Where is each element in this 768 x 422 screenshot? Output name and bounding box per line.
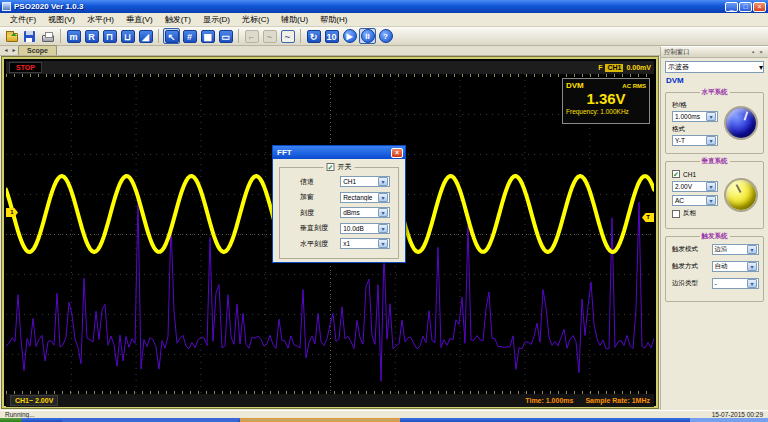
title-bar: PSO2020 Ver 1.0.3 _ □ × (0, 0, 768, 13)
fft-vertical-scale-dropdown[interactable]: 10.0dB ▾ (340, 223, 390, 234)
toolbar-separator (300, 29, 301, 43)
menu-horizontal[interactable]: 水平(H) (81, 13, 120, 26)
record-button[interactable]: R (83, 28, 100, 44)
trigger-mode-row: 触发模式 边沿 ▾ (672, 244, 759, 255)
pause-button[interactable]: II (359, 28, 376, 44)
menu-display[interactable]: 显示(D) (197, 13, 236, 26)
status-bar: Running... 15-07-2015 00:29 (0, 410, 768, 418)
trigger-sweep-dropdown[interactable]: 自动 ▾ (712, 261, 759, 272)
menu-file[interactable]: 文件(F) (4, 13, 42, 26)
trigger-level: 0.00mV (626, 64, 651, 71)
horizontal-knob[interactable] (724, 106, 758, 140)
ramp-icon: ◢ (139, 30, 153, 43)
run-button[interactable]: ▶ (341, 28, 358, 44)
minimize-button[interactable]: _ (725, 2, 738, 12)
fft-row-scale: 刻度 dBms ▾ (300, 207, 390, 218)
pause-icon: II (361, 29, 375, 43)
sine-wave-icon: ~ (263, 30, 277, 43)
tab-prev-icon[interactable]: ◂ (2, 46, 10, 55)
grid-icon: # (183, 30, 197, 43)
coupling-dropdown[interactable]: AC ▾ (672, 195, 718, 206)
trigger-channel-badge: CH1 (605, 64, 623, 72)
save-button[interactable] (21, 28, 38, 44)
fft-channel-dropdown[interactable]: CH1 ▾ (340, 176, 390, 187)
status-datetime: 15-07-2015 00:29 (712, 411, 763, 418)
fft-dialog-titlebar[interactable]: FFT × (273, 146, 405, 159)
device-select-dropdown[interactable]: 示波器 ▾ (665, 61, 764, 73)
taskbar-item[interactable] (62, 418, 238, 422)
taskbar-item-active[interactable] (240, 418, 400, 422)
counter-icon: 10 (325, 30, 339, 43)
volts-per-div-dropdown[interactable]: 2.00V ▾ (672, 181, 718, 192)
measure-bars-button[interactable]: ▦ (199, 28, 216, 44)
square-wave-button[interactable]: ⊓ (101, 28, 118, 44)
fft-scale-dropdown[interactable]: dBms ▾ (340, 207, 390, 218)
acquisition-status-badge: STOP (9, 62, 42, 73)
menu-view[interactable]: 视图(V) (42, 13, 81, 26)
menu-vertical[interactable]: 垂直(V) (120, 13, 159, 26)
pin-icon[interactable]: ▪ (749, 49, 757, 55)
window-title: PSO2020 Ver 1.0.3 (14, 2, 724, 11)
menu-utility[interactable]: 辅助(U) (275, 13, 314, 26)
tab-next-icon[interactable]: ▸ (10, 46, 18, 55)
fft-switch-checkbox[interactable]: ✓ (327, 163, 335, 171)
scope-header: STOP F CH1 0.00mV (6, 61, 654, 74)
cursor-button[interactable]: ↖ (163, 28, 180, 44)
chevron-down-icon: ▾ (747, 279, 757, 288)
control-panel-title: 控制窗口 (664, 48, 690, 57)
bars-icon: ▦ (201, 30, 215, 43)
chevron-down-icon: ▾ (378, 193, 388, 202)
edge-type-row: 边沿类型 - ▾ (672, 278, 759, 289)
auto-setup-button[interactable]: ↻ (305, 28, 322, 44)
auto-measure-button[interactable]: m (65, 28, 82, 44)
menu-trigger[interactable]: 触发(T) (159, 13, 197, 26)
menu-bar: 文件(F) 视图(V) 水平(H) 垂直(V) 触发(T) 显示(D) 光标(C… (0, 13, 768, 27)
grid-button[interactable]: # (181, 28, 198, 44)
pulse-wave-button[interactable]: ⊔ (119, 28, 136, 44)
format-dropdown[interactable]: Y-T ▾ (672, 135, 718, 146)
start-button[interactable] (0, 418, 22, 422)
chevron-down-icon: ▾ (706, 136, 716, 145)
control-panel-header: 控制窗口 ▪ × (661, 47, 768, 58)
dvm-link[interactable]: DVM (666, 76, 763, 85)
ruler-button[interactable]: ▭ (217, 28, 234, 44)
panel-close-icon[interactable]: × (757, 49, 765, 55)
fft-window-dropdown[interactable]: Rectangle ▾ (340, 192, 390, 203)
ruler-icon: ▭ (219, 30, 233, 43)
open-folder-icon (6, 33, 18, 42)
dvm-value: 1.36V (566, 90, 646, 108)
maximize-button[interactable]: □ (739, 2, 752, 12)
open-file-button[interactable] (3, 28, 20, 44)
counter-button[interactable]: 10 (323, 28, 340, 44)
fft-settings-group: ✓ 开关 信道 CH1 ▾ 加窗 Rectangle ▾ 刻度 (279, 167, 399, 259)
chevron-down-icon: ▾ (747, 262, 757, 271)
menu-help[interactable]: 帮助(H) (314, 13, 353, 26)
chevron-down-icon: ▾ (378, 224, 388, 233)
sample-rate-readout: Sample Rate: 1MHz (585, 397, 650, 404)
timebase-readout: Time: 1.000ms (525, 397, 573, 404)
trigger-mode-dropdown[interactable]: 边沿 ▾ (712, 244, 759, 255)
help-button[interactable]: ? (377, 28, 394, 44)
print-button[interactable] (39, 28, 56, 44)
status-text: Running... (5, 411, 35, 418)
chevron-down-icon: ▾ (706, 112, 716, 121)
chevron-down-icon: ▾ (378, 239, 388, 248)
menu-cursor[interactable]: 光标(C) (236, 13, 275, 26)
fft-close-icon[interactable]: × (391, 148, 403, 158)
ch1-checkbox[interactable]: ✓ (672, 170, 680, 178)
pulse-wave-icon: ⊔ (121, 30, 135, 43)
close-button[interactable]: × (753, 2, 766, 12)
sine-wave-button: ~ (261, 28, 278, 44)
sine-fit-button[interactable]: ~ (279, 28, 296, 44)
toolbar-separator (158, 29, 159, 43)
horizontal-system-title: 水平系统 (700, 88, 730, 97)
edge-type-dropdown[interactable]: - ▾ (712, 278, 759, 289)
ramp-button[interactable]: ◢ (137, 28, 154, 44)
invert-checkbox[interactable] (672, 210, 680, 218)
sec-per-div-dropdown[interactable]: 1.000ms ▾ (672, 111, 718, 122)
tab-scope[interactable]: Scope (18, 45, 57, 55)
vertical-knob[interactable] (724, 178, 758, 212)
fft-horizontal-scale-dropdown[interactable]: x1 ▾ (340, 238, 390, 249)
step-wave-button: ⌐ (243, 28, 260, 44)
trigger-readout: F CH1 0.00mV (598, 64, 651, 72)
